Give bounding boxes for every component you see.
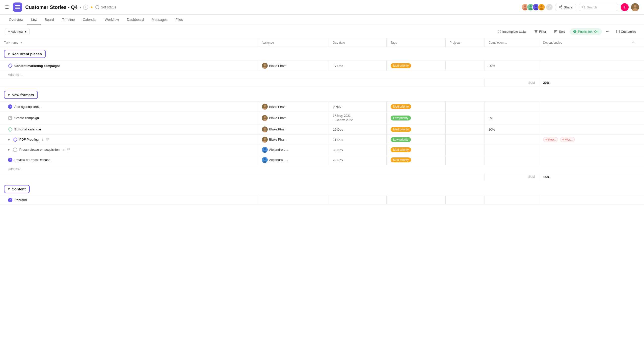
title-area: Customer Stories - Q4 ▾ i ★ Set status (25, 5, 518, 10)
priority-badge: Low priority (390, 137, 411, 142)
star-icon[interactable]: ★ (90, 5, 94, 9)
sum-row: SUM 15% (0, 173, 644, 181)
task-status-icon[interactable] (8, 158, 12, 162)
table-row: Content marketing campaign! Blake Pham 1… (0, 61, 644, 71)
table-row: Editorial calendar Blake Pham 16 Dec Med… (0, 124, 644, 134)
tab-calendar[interactable]: Calendar (79, 15, 101, 25)
priority-badge: Med priority (390, 147, 411, 152)
task-status-icon[interactable] (8, 116, 12, 120)
share-button[interactable]: Share (555, 4, 576, 11)
task-name-text: Review of Press Release (14, 158, 50, 162)
more-options-button[interactable]: ··· (604, 28, 611, 35)
svg-line-19 (560, 8, 561, 8)
tab-overview[interactable]: Overview (5, 15, 27, 25)
sum-row: SUM 20% (0, 79, 644, 87)
expand-icon[interactable]: ▶ (8, 138, 10, 141)
subtask-count: 1 (42, 138, 43, 141)
svg-rect-0 (15, 5, 20, 6)
due-date-range: 17 May, 2021– 10 Nov, 2022 (333, 114, 383, 122)
priority-badge: Med priority (390, 127, 411, 132)
col-header-projects: Projects (446, 38, 484, 47)
section-header-new-formats: ▾ New formats (0, 87, 644, 102)
hamburger-icon[interactable]: ☰ (5, 5, 9, 10)
customize-button[interactable]: Customize (613, 28, 639, 35)
tab-timeline[interactable]: Timeline (58, 15, 79, 25)
col-header-completion: Completion ... (484, 38, 539, 47)
public-link-button[interactable]: Public link: On (570, 28, 602, 35)
task-name-text: Press release on acquisition (19, 148, 60, 152)
svg-point-23 (634, 5, 636, 8)
subtask-icon (67, 148, 70, 152)
svg-point-16 (559, 7, 560, 8)
svg-point-13 (540, 5, 543, 8)
section-toggle-content[interactable]: ▾ (8, 187, 10, 191)
tab-list[interactable]: List (27, 15, 40, 25)
svg-point-40 (264, 105, 266, 107)
filter-button[interactable]: Filter (531, 28, 549, 35)
add-task-row[interactable]: Add task... (0, 165, 644, 173)
svg-point-52 (264, 138, 266, 140)
task-name-text: Editorial calendar (14, 127, 41, 131)
tab-dashboard[interactable]: Dashboard (123, 15, 148, 25)
table-row: Add agenda items Blake Pham 9 Nov Med pr… (0, 102, 644, 112)
section-header-content: ▾ Content (0, 181, 644, 196)
task-name-text: Content marketing campaign! (14, 64, 60, 68)
add-column-button[interactable]: + (622, 38, 644, 47)
dependency-badge[interactable]: ⊖ Rew... (543, 137, 558, 142)
incomplete-tasks-button[interactable]: Incomplete tasks (495, 28, 530, 35)
search-box[interactable]: Search (578, 4, 618, 11)
info-icon[interactable]: i (83, 5, 88, 10)
dependency-badge[interactable]: ⊖ Wor... (560, 137, 575, 142)
task-status-icon[interactable] (13, 137, 17, 142)
svg-point-55 (264, 148, 266, 150)
svg-point-58 (264, 158, 266, 160)
task-status-icon[interactable] (8, 104, 12, 109)
section-header-recurrent: ▾ Recurrent pieces (0, 47, 644, 61)
toolbar: + Add new ▾ Incomplete tasks Filter Sort… (0, 25, 644, 38)
dependencies-cell (539, 61, 622, 71)
sort-button[interactable]: Sort (551, 28, 568, 35)
col-header-tags: Tags (387, 38, 446, 47)
task-status-icon[interactable] (8, 64, 12, 68)
expand-icon[interactable]: ▶ (8, 148, 10, 151)
task-name-text: Rebrand (14, 198, 27, 202)
task-name-cell: Add agenda items (0, 102, 258, 112)
avatar (538, 4, 545, 11)
task-status-icon[interactable] (8, 127, 12, 132)
due-date-cell: 17 Dec (329, 61, 387, 71)
tab-messages[interactable]: Messages (148, 15, 172, 25)
section-toggle-recurrent[interactable]: ▾ (8, 52, 10, 56)
section-toggle-new-formats[interactable]: ▾ (8, 93, 10, 97)
sum-value: 15% (539, 173, 622, 181)
set-status[interactable]: Set status (95, 5, 116, 9)
nav-tabs: Overview List Board Timeline Calendar Wo… (0, 15, 644, 25)
tags-cell: Med priority (387, 61, 446, 71)
user-avatar[interactable] (631, 3, 639, 11)
add-task-row[interactable]: Add task... (0, 71, 644, 79)
add-new-button[interactable]: + Add new ▾ (5, 28, 30, 35)
svg-point-49 (264, 128, 266, 130)
section-label-recurrent[interactable]: ▾ Recurrent pieces (4, 50, 46, 58)
chevron-down-icon[interactable]: ▾ (80, 5, 81, 9)
add-new-global-button[interactable]: + (621, 3, 629, 11)
avatar-count: 8 (546, 4, 552, 11)
priority-badge: Med priority (390, 104, 411, 109)
col-header-due-date: Due date (329, 38, 387, 47)
toolbar-right: Incomplete tasks Filter Sort Public link… (495, 28, 639, 35)
projects-cell (446, 61, 484, 71)
task-status-icon[interactable] (13, 148, 17, 152)
section-label-new-formats[interactable]: ▾ New formats (4, 91, 38, 99)
status-circle (95, 5, 99, 9)
tab-workflow[interactable]: Workflow (101, 15, 123, 25)
sum-value: 20% (539, 79, 622, 87)
avatar-group: 8 (522, 4, 552, 11)
tab-files[interactable]: Files (172, 15, 187, 25)
task-name-cell: Content marketing campaign! (0, 61, 258, 71)
tab-board[interactable]: Board (40, 15, 58, 25)
sum-label: SUM (484, 173, 539, 181)
table-row: Create campaign Blake Pham 17 May, 2021–… (0, 112, 644, 125)
task-status-icon[interactable] (8, 198, 12, 202)
section-label-content[interactable]: ▾ Content (4, 185, 30, 193)
svg-point-10 (535, 5, 537, 8)
task-name-sort-icon[interactable]: ▾ (20, 41, 22, 44)
